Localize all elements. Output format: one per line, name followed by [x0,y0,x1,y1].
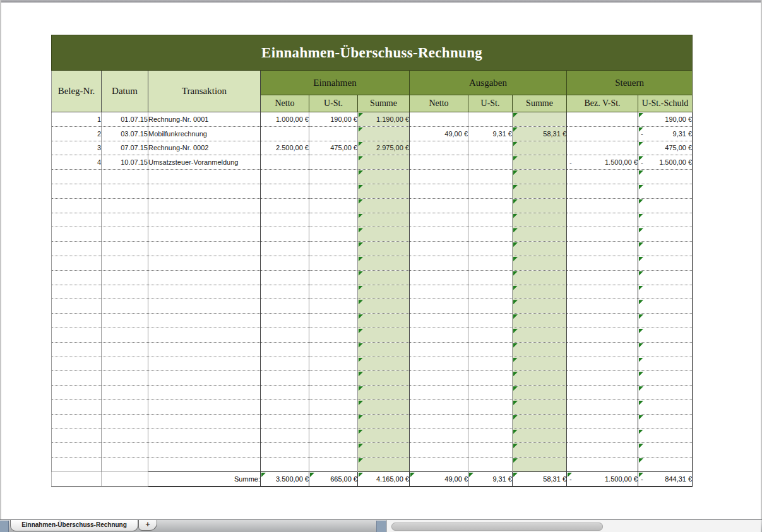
cell-ust-schuld[interactable] [638,371,693,386]
cell-a-netto[interactable] [410,314,468,328]
cell-bez-vst[interactable] [567,256,638,270]
cell-a-ust[interactable] [468,357,513,371]
cell-beleg[interactable] [52,242,102,256]
cell-e-netto[interactable] [261,443,309,458]
cell-e-ust[interactable] [309,299,358,314]
cell-ust-schuld[interactable] [638,458,693,472]
cell-datum[interactable] [102,443,148,458]
cell-a-summe[interactable] [513,242,567,256]
cell-e-ust[interactable] [309,458,358,472]
cell-e-netto[interactable] [261,256,309,270]
cell-datum[interactable]: 01.07.15 [102,112,148,127]
cell-beleg[interactable] [52,458,102,472]
cell-a-summe[interactable] [513,414,567,429]
cell-e-summe[interactable] [358,399,410,414]
cell-transaktion[interactable] [148,429,261,443]
cell-datum[interactable] [102,198,148,213]
col-header-ausgaben-netto[interactable]: Netto [410,95,468,112]
cell-bez-vst[interactable] [567,328,638,342]
cell-datum[interactable] [102,184,148,198]
cell-a-ust[interactable] [468,371,513,386]
cell-e-ust[interactable] [309,328,358,342]
cell-a-netto[interactable] [410,227,468,242]
cell-a-ust[interactable] [468,170,513,184]
cell-a-netto[interactable] [410,270,468,285]
cell-datum[interactable] [102,314,148,328]
cell-ust-schuld[interactable]: -1.500,00 € [638,155,693,170]
col-header-ausgaben-ust[interactable]: U-St. [468,95,513,112]
cell-e-summe[interactable] [358,443,410,458]
cell-datum[interactable]: 07.07.15 [102,141,148,155]
cell-a-summe[interactable] [513,112,567,127]
cell-a-summe[interactable] [513,328,567,342]
cell-beleg[interactable] [52,198,102,213]
cell-a-netto[interactable] [410,458,468,472]
cell-a-summe[interactable] [513,256,567,270]
cell-e-summe[interactable] [358,285,410,299]
col-header-ust-schuld[interactable]: U-St.-Schuld [638,95,693,112]
col-header-ausgaben-summe[interactable]: Summe [513,95,567,112]
cell-a-ust[interactable] [468,314,513,328]
cell-datum[interactable] [102,399,148,414]
cell-e-netto[interactable] [261,285,309,299]
cell-ust-schuld[interactable] [638,213,693,227]
sheet-tab[interactable]: Einnahmen-Überschuss-Rechnung [10,520,138,531]
cell-ust-schuld[interactable] [638,342,693,357]
cell-transaktion[interactable] [148,256,261,270]
cell-a-netto[interactable] [410,386,468,400]
cell-a-netto[interactable] [410,328,468,342]
cell-a-ust[interactable] [468,184,513,198]
cell-a-ust[interactable] [468,328,513,342]
cell-a-ust[interactable]: 9,31 € [468,126,513,141]
cell-e-ust[interactable] [309,227,358,242]
cell-e-netto[interactable]: 1.000,00 € [261,112,309,127]
cell-e-summe[interactable] [358,299,410,314]
cell-e-summe[interactable] [358,371,410,386]
cell-total-e-netto[interactable]: 3.500,00 € [261,471,309,487]
cell-a-ust[interactable] [468,141,513,155]
cell-transaktion[interactable] [148,242,261,256]
col-header-einnahmen-netto[interactable]: Netto [261,95,309,112]
cell-ust-schuld[interactable] [638,328,693,342]
cell-a-summe[interactable] [513,155,567,170]
cell-beleg[interactable] [52,371,102,386]
cell-beleg[interactable] [52,170,102,184]
cell-ust-schuld[interactable] [638,414,693,429]
cell-total-ust-schuld[interactable]: -844,31 € [638,471,693,487]
cell-bez-vst[interactable] [567,399,638,414]
cell-ust-schuld[interactable] [638,443,693,458]
cell-beleg[interactable] [52,184,102,198]
cell-bez-vst[interactable] [567,170,638,184]
cell-a-summe[interactable] [513,458,567,472]
cell-a-ust[interactable] [468,155,513,170]
cell-a-netto[interactable] [410,399,468,414]
cell-total-e-ust[interactable]: 665,00 € [309,471,358,487]
add-sheet-tab-button[interactable]: + [138,520,157,531]
cell-a-ust[interactable] [468,443,513,458]
cell-e-summe[interactable] [358,314,410,328]
cell-total-bez-vst[interactable]: -1.500,00 € [567,471,638,487]
cell-a-ust[interactable] [468,242,513,256]
cell-e-summe[interactable] [358,270,410,285]
cell-a-summe[interactable] [513,141,567,155]
cell-beleg[interactable] [52,256,102,270]
cell-a-summe[interactable] [513,357,567,371]
col-header-beleg-nr[interactable]: Beleg-Nr. [52,71,102,112]
cell-ust-schuld[interactable] [638,386,693,400]
cell-e-netto[interactable] [261,414,309,429]
cell-bez-vst[interactable] [567,314,638,328]
cell-transaktion[interactable] [148,198,261,213]
cell-transaktion[interactable] [148,443,261,458]
cell-ust-schuld[interactable] [638,227,693,242]
cell-datum[interactable]: 03.07.15 [102,126,148,141]
cell-transaktion[interactable] [148,299,261,314]
cell-ust-schuld[interactable] [638,299,693,314]
cell-transaktion[interactable] [148,414,261,429]
cell-transaktion[interactable] [148,213,261,227]
cell-bez-vst[interactable] [567,285,638,299]
cell-bez-vst[interactable] [567,270,638,285]
col-header-datum[interactable]: Datum [102,71,148,112]
cell-a-summe[interactable] [513,299,567,314]
cell-e-summe[interactable] [358,170,410,184]
col-header-transaktion[interactable]: Transaktion [148,71,261,112]
